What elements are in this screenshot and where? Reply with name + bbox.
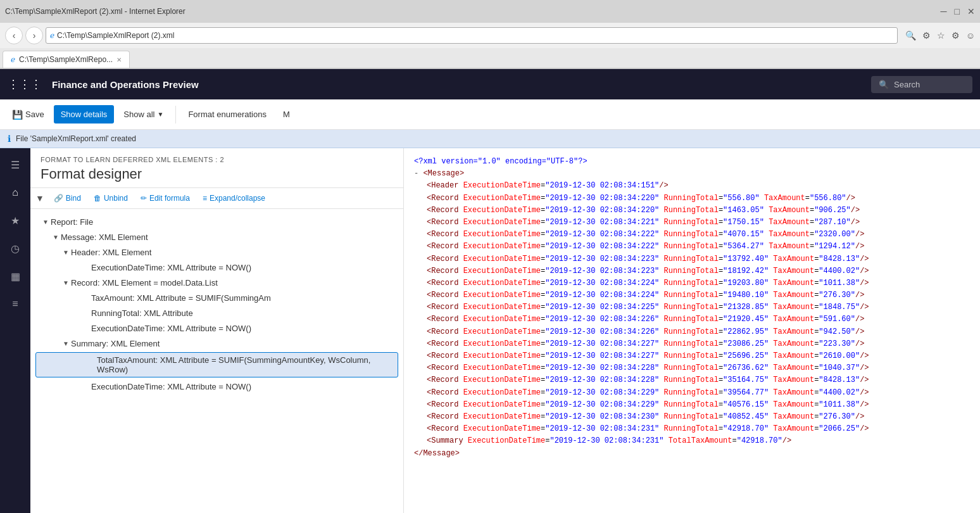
tree-label-exec-header: ExecutionDateTime: XML Attribute = NOW() [91,263,251,272]
browser-tab[interactable]: ℯ C:\Temp\SampleXmlRepo... ✕ [3,51,130,68]
tree-label-totaltax: TotalTaxAmount: XML Attribute = SUMIF(Su… [97,355,387,374]
tree-item-taxamount[interactable]: TaxAmount: XML Attribute = SUMIF(Summing… [30,290,403,305]
nav-list-item[interactable]: ≡ [4,293,27,315]
tree-label-exec-record: ExecutionDateTime: XML Attribute = NOW() [91,324,251,333]
tree-arrow-tax [81,293,91,303]
forward-button[interactable]: › [25,27,43,44]
tree-label-summary: Summary: XML Element [71,339,160,348]
tree-item-exec-summary[interactable]: ExecutionDateTime: XML Attribute = NOW() [30,379,403,394]
browser-title: C:\Temp\SampleXmlReport (2).xml - Intern… [5,7,185,16]
nav-favorites-item[interactable]: ★ [4,209,27,232]
tree-item-runningtotal[interactable]: RunningTotal: XML Attribute [30,305,403,320]
nav-recent-item[interactable]: ◷ [4,237,27,260]
xml-message-open: - <Message> [414,168,970,180]
grid-icon[interactable]: ⋮⋮⋮ [8,77,42,91]
info-icon: ℹ [8,134,11,144]
tree-label-record: Record: XML Element = model.Data.List [71,278,218,288]
tree-label-running: RunningTotal: XML Attribute [91,308,193,318]
tab-label: C:\Temp\SampleXmlRepo... [19,55,113,64]
star-icon[interactable]: ☆ [937,30,945,41]
xml-record-20: <Record ExecutionDateTime="2019-12-30 02… [414,423,970,435]
tree-label-message: Message: XML Element [61,232,148,242]
info-message: File 'SampleXmlReport.xml' created [16,134,136,143]
save-button[interactable]: 💾 Save [5,105,51,124]
smiley-icon[interactable]: ☺ [966,30,975,41]
nav-workspaces-item[interactable]: ▦ [4,265,27,288]
tree-arrow-record[interactable]: ▼ [61,277,71,288]
unbind-button[interactable]: 🗑 Unbind [88,191,134,206]
address-bar[interactable]: ℯ C:\Temp\SampleXmlReport (2).xml [46,27,898,44]
close-button[interactable]: ✕ [967,6,975,16]
tree-item-exec-record[interactable]: ExecutionDateTime: XML Attribute = NOW() [30,320,403,336]
format-enumerations-button[interactable]: Format enumerations [181,105,273,124]
ie-icon: ℯ [50,31,54,40]
tree-label-report: Report: File [51,217,93,227]
collapse-icon[interactable]: - [414,169,418,178]
show-all-dropdown[interactable]: Show all ▼ [116,105,170,124]
minimize-button[interactable]: ─ [941,6,947,16]
xml-record-2: <Record ExecutionDateTime="2019-12-30 02… [414,205,970,217]
tree-item-record[interactable]: ▼ Record: XML Element = model.Data.List [30,275,403,290]
app-title: Finance and Operations Preview [52,79,861,90]
tab-ie-icon: ℯ [11,55,15,64]
xml-summary-line: <Summary ExecutionDateTime="2019-12-30 0… [414,435,970,447]
expand-collapse-button[interactable]: ≡ Expand/collapse [197,191,271,206]
unlink-icon: 🗑 [94,194,101,203]
xml-viewer: <?xml version="1.0" encoding="UTF-8"?> -… [404,148,980,513]
expand-icon: ≡ [203,194,207,203]
info-bar: ℹ File 'SampleXmlReport.xml' created [0,130,980,148]
xml-record-16: <Record ExecutionDateTime="2019-12-30 02… [414,374,970,386]
tree-label-tax: TaxAmount: XML Attribute = SUMIF(Summing… [91,293,271,303]
search-icon: 🔍 [879,80,889,89]
main-content: ☰ ⌂ ★ ◷ ▦ ≡ FORMAT TO LEARN DEFERRED XML… [0,148,980,513]
address-text: C:\Temp\SampleXmlReport (2).xml [57,31,174,40]
xml-message-close: </Message> [414,448,970,460]
tree-arrow-exec-record [81,323,91,333]
settings-icon[interactable]: ⚙ [922,30,931,41]
designer-panel: FORMAT TO LEARN DEFERRED XML ELEMENTS : … [30,148,404,513]
search-label: Search [894,80,920,89]
nav-home-item[interactable]: ⌂ [4,181,27,204]
app-toolbar: 💾 Save Show details Show all ▼ Format en… [0,99,980,130]
tree-item-exec-datetime-header[interactable]: ExecutionDateTime: XML Attribute = NOW() [30,260,403,275]
tree-arrow-message[interactable]: ▼ [51,232,61,242]
tree-item-report[interactable]: ▼ Report: File [30,214,403,229]
tree-arrow-report[interactable]: ▼ [41,217,51,227]
maximize-button[interactable]: □ [955,6,960,16]
xml-record-9: <Record ExecutionDateTime="2019-12-30 02… [414,289,970,301]
bind-button[interactable]: 🔗 Bind [48,191,87,206]
designer-toolbar: ▼ 🔗 Bind 🗑 Unbind ✏ Edit formula ≡ Expan… [30,188,403,209]
formula-icon: ✏ [141,194,147,203]
filter-icon[interactable]: ▼ [35,193,44,203]
xml-record-13: <Record ExecutionDateTime="2019-12-30 02… [414,338,970,350]
tree-arrow-totaltax [87,360,97,370]
back-button[interactable]: ‹ [5,27,23,44]
toolbar-divider [175,106,176,124]
tab-bar: ℯ C:\Temp\SampleXmlRepo... ✕ [0,48,980,68]
tools-icon[interactable]: ⚙ [952,30,960,41]
browser-titlebar: C:\Temp\SampleXmlReport (2).xml - Intern… [0,0,980,23]
tree-view: ▼ Report: File ▼ Message: XML Element ▼ … [30,209,403,513]
xml-record-14: <Record ExecutionDateTime="2019-12-30 02… [414,350,970,362]
xml-record-18: <Record ExecutionDateTime="2019-12-30 02… [414,399,970,411]
nav-menu-item[interactable]: ☰ [4,153,27,176]
left-nav: ☰ ⌂ ★ ◷ ▦ ≡ [0,148,30,513]
tree-item-header[interactable]: ▼ Header: XML Element [30,244,403,260]
link-icon: 🔗 [54,194,63,203]
edit-formula-button[interactable]: ✏ Edit formula [135,191,196,206]
more-label: M [283,110,290,119]
search-box[interactable]: 🔍 Search [871,76,972,93]
show-details-button[interactable]: Show details [54,105,115,124]
tree-arrow-header[interactable]: ▼ [61,247,71,257]
tree-item-totaltax[interactable]: TotalTaxAmount: XML Attribute = SUMIF(Su… [35,352,398,377]
tree-item-summary[interactable]: ▼ Summary: XML Element [30,336,403,351]
tree-item-message[interactable]: ▼ Message: XML Element [30,229,403,244]
show-all-label: Show all [123,110,154,119]
chevron-down-icon: ▼ [158,111,164,118]
tree-arrow-summary[interactable]: ▼ [61,338,71,348]
more-button[interactable]: M [276,105,297,124]
search-icon[interactable]: 🔍 [905,30,916,41]
browser-controls: ─ □ ✕ [941,6,975,16]
tab-close-icon[interactable]: ✕ [116,56,122,63]
xml-decl-line: <?xml version="1.0" encoding="UTF-8"?> [414,156,970,168]
